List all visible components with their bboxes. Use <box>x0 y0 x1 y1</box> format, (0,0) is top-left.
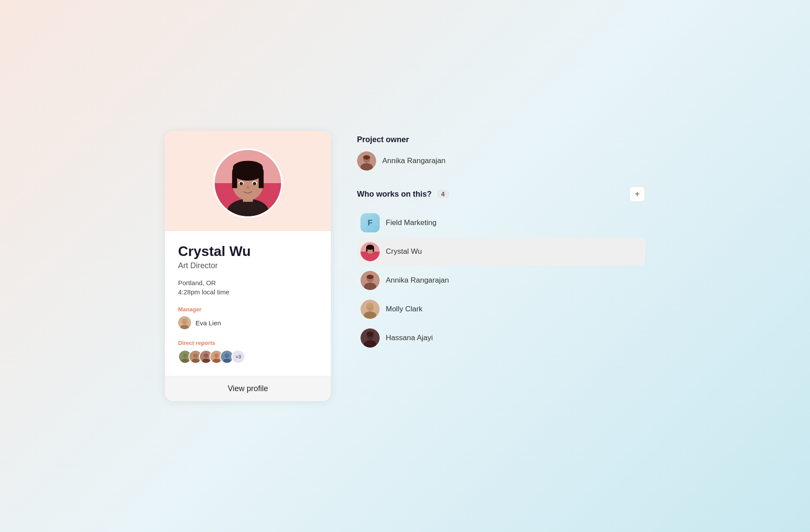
profile-location: Portland, OR <box>178 279 318 286</box>
svg-point-11 <box>240 182 243 185</box>
svg-point-54 <box>367 331 374 337</box>
manager-avatar <box>178 316 191 329</box>
direct-reports-avatars: +3 <box>178 350 245 364</box>
svg-point-28 <box>214 353 219 358</box>
person-row-crystal-wu[interactable]: Crystal Wu <box>357 238 645 266</box>
avatar-crystal-wu <box>360 242 380 261</box>
who-works-header: Who works on this? 4 + <box>357 186 645 202</box>
profile-local-time: 4:28pm local time <box>178 288 318 296</box>
svg-point-8 <box>233 161 263 174</box>
person-row-molly[interactable]: Molly Clark <box>357 295 645 323</box>
svg-point-46 <box>367 275 374 279</box>
avatar-annika-2 <box>360 271 380 290</box>
direct-reports-overflow: +3 <box>231 350 245 364</box>
avatar-molly <box>360 300 380 319</box>
manager-label: Manager <box>178 306 318 313</box>
svg-point-17 <box>182 319 188 322</box>
profile-card-body: Crystal Wu Art Director Portland, OR 4:2… <box>165 231 331 364</box>
svg-rect-42 <box>373 247 374 252</box>
svg-rect-7 <box>259 171 264 188</box>
svg-rect-6 <box>232 171 237 188</box>
svg-point-19 <box>183 353 188 358</box>
svg-point-31 <box>225 353 230 358</box>
direct-reports-label: Direct reports <box>178 340 318 346</box>
project-owner-name: Annika Rangarajan <box>382 157 446 165</box>
who-works-left: Who works on this? 4 <box>357 190 449 199</box>
add-member-button[interactable]: + <box>629 186 645 202</box>
svg-point-25 <box>204 353 209 358</box>
svg-point-22 <box>193 353 198 358</box>
group-name-field-marketing: Field Marketing <box>386 218 436 227</box>
svg-point-13 <box>247 186 249 189</box>
svg-rect-41 <box>366 247 367 252</box>
profile-title: Art Director <box>178 261 318 270</box>
project-owner-avatar <box>357 151 376 171</box>
profile-card: Crystal Wu Art Director Portland, OR 4:2… <box>165 131 331 401</box>
svg-point-50 <box>367 303 374 307</box>
project-owner-label: Project owner <box>357 135 645 144</box>
profile-card-header <box>165 131 331 231</box>
manager-row: Eva Lien <box>178 316 318 329</box>
direct-reports-row: +3 <box>178 350 318 364</box>
group-icon-field-marketing: F <box>360 213 380 232</box>
who-works-label: Who works on this? <box>357 190 432 199</box>
profile-avatar-large <box>213 148 283 218</box>
view-profile-button[interactable]: View profile <box>165 376 331 401</box>
svg-point-12 <box>253 182 256 185</box>
person-name-molly: Molly Clark <box>386 305 422 314</box>
manager-name: Eva Lien <box>196 319 221 327</box>
project-owner-row: Annika Rangarajan <box>357 151 645 171</box>
person-row-hassana[interactable]: Hassana Ajayi <box>357 324 645 352</box>
right-panel: Project owner Annika Rangarajan Who work… <box>357 131 645 353</box>
group-item-field-marketing: F Field Marketing <box>357 209 645 237</box>
profile-avatar-image <box>215 150 281 216</box>
person-name-annika: Annika Rangarajan <box>386 276 449 285</box>
person-name-hassana: Hassana Ajayi <box>386 334 433 342</box>
plus-icon: + <box>635 189 640 199</box>
svg-point-36 <box>363 155 370 160</box>
person-name-crystal-wu: Crystal Wu <box>386 247 422 256</box>
who-works-count: 4 <box>437 190 449 198</box>
person-row-annika[interactable]: Annika Rangarajan <box>357 266 645 294</box>
profile-name: Crystal Wu <box>178 243 318 259</box>
main-container: Crystal Wu Art Director Portland, OR 4:2… <box>165 131 645 401</box>
avatar-hassana <box>360 328 380 348</box>
